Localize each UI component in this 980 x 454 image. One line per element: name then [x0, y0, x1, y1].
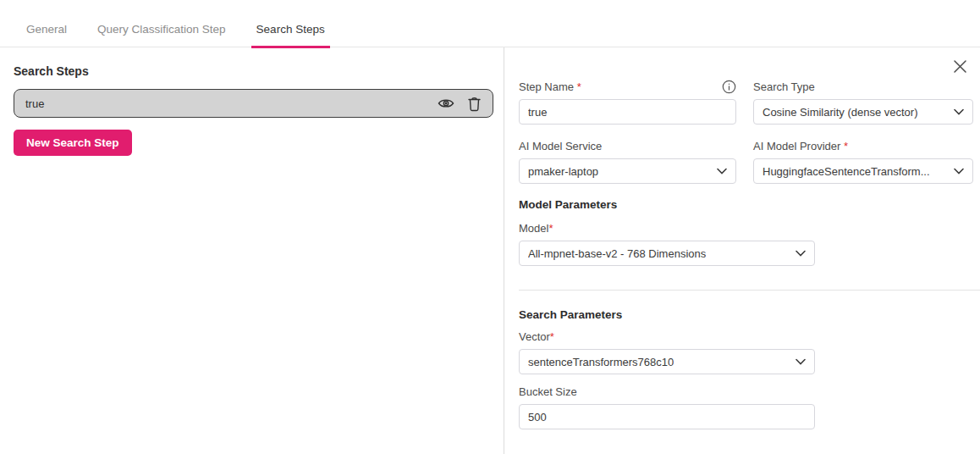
ai-model-service-label-row: AI Model Service [519, 139, 736, 152]
search-type-label: Search Type [753, 80, 815, 93]
model-select[interactable]: All-mpnet-base-v2 - 768 Dimensions [519, 241, 815, 266]
vector-label-row: Vector* [519, 329, 815, 343]
trash-icon[interactable] [467, 96, 482, 112]
tab-search-steps[interactable]: Search Steps [251, 0, 330, 47]
chevron-down-icon [717, 168, 727, 174]
required-asterisk: * [577, 80, 581, 93]
model-value: All-mpnet-base-v2 - 768 Dimensions [528, 247, 706, 260]
step-name-input[interactable] [519, 99, 736, 125]
model-parameters-heading: Model Parameters [519, 198, 973, 211]
vector-label: Vector [519, 330, 550, 343]
search-parameters-heading: Search Parameters [519, 308, 973, 321]
ai-model-service-select[interactable]: pmaker-laptop [519, 158, 736, 184]
new-search-step-button[interactable]: New Search Step [14, 130, 132, 156]
model-label: Model [519, 222, 548, 235]
panel-heading: Search Steps [14, 64, 493, 78]
ai-model-provider-label-row: AI Model Provider * [753, 139, 973, 152]
tab-query-classification-step[interactable]: Query Classification Step [92, 0, 231, 47]
search-step-list-item[interactable]: true [14, 89, 493, 118]
search-steps-panel: Search Steps true New Search Step [0, 47, 504, 454]
required-asterisk: * [548, 222, 553, 235]
ai-model-provider-value: HuggingfaceSentenceTransform... [763, 165, 930, 178]
ai-model-service-label: AI Model Service [519, 140, 602, 152]
tab-general[interactable]: General [21, 0, 72, 47]
required-asterisk: * [550, 330, 554, 343]
bucket-size-label: Bucket Size [519, 385, 577, 398]
required-asterisk: * [844, 140, 848, 152]
close-icon[interactable] [953, 59, 967, 74]
tab-bar: General Query Classification Step Search… [0, 0, 980, 47]
chevron-down-icon [796, 358, 806, 365]
eye-icon[interactable] [438, 95, 454, 112]
search-type-select[interactable]: Cosine Similarity (dense vector) [753, 99, 973, 125]
step-name-label-row: Step Name * [519, 80, 736, 93]
search-type-value: Cosine Similarity (dense vector) [763, 106, 918, 119]
search-type-label-row: Search Type [753, 80, 973, 93]
bucket-size-label-row: Bucket Size [519, 385, 815, 398]
info-icon[interactable] [722, 80, 736, 94]
section-divider [519, 290, 980, 291]
content-area: Search Steps true New Search Step [0, 47, 980, 454]
chevron-down-icon [954, 108, 964, 115]
chevron-down-icon [796, 250, 806, 257]
vector-select[interactable]: sentenceTransformers768c10 [519, 349, 815, 374]
chevron-down-icon [954, 168, 964, 174]
step-name-label: Step Name [519, 80, 577, 93]
ai-model-service-value: pmaker-laptop [528, 165, 598, 178]
step-item-name: true [25, 97, 425, 110]
bucket-size-input[interactable] [519, 404, 815, 429]
vector-value: sentenceTransformers768c10 [528, 356, 674, 368]
ai-model-provider-select[interactable]: HuggingfaceSentenceTransform... [753, 158, 973, 184]
ai-model-provider-label: AI Model Provider [753, 140, 844, 152]
step-detail-panel: Step Name * Search Type [504, 47, 980, 454]
model-label-row: Model* [519, 221, 815, 235]
